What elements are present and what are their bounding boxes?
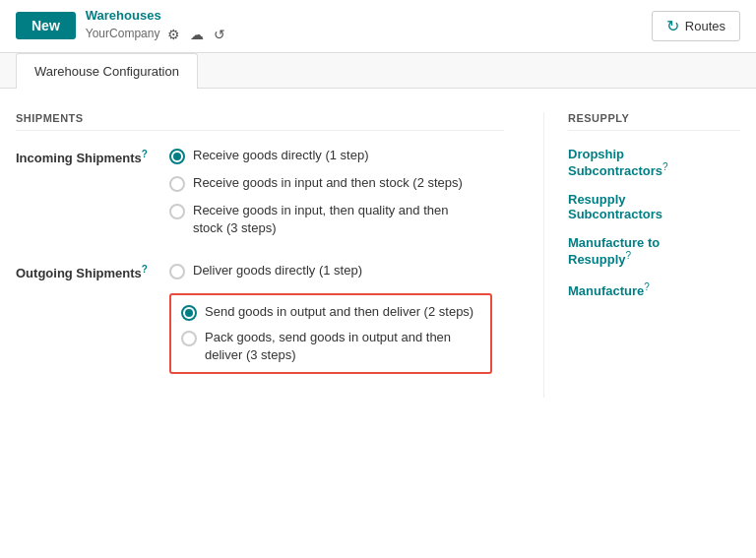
outgoing-option-1-text: Deliver goods directly (1 step) <box>193 262 362 279</box>
company-name: YourCompany <box>86 27 160 42</box>
outgoing-option-1[interactable]: Deliver goods directly (1 step) <box>169 262 492 279</box>
outgoing-help-icon[interactable]: ? <box>142 264 148 275</box>
incoming-option-2-text: Receive goods in input and then stock (2… <box>193 174 463 192</box>
top-bar: New Warehouses YourCompany ⚙ ☁ ↺ ↻ Route… <box>0 0 756 53</box>
radio-outgoing-1[interactable] <box>169 264 185 279</box>
radio-inner-incoming-1 <box>173 153 181 160</box>
incoming-option-1[interactable]: Receive goods directly (1 step) <box>169 147 469 164</box>
breadcrumb-title[interactable]: Warehouses <box>86 8 228 25</box>
left-panel: SHIPMENTS Incoming Shipments? Receive go… <box>16 112 543 399</box>
right-panel: RESUPPLY DropshipSubcontractors? Resuppl… <box>543 112 740 399</box>
radio-incoming-2[interactable] <box>169 176 185 192</box>
resupply-item-3: Manufacture toResupply? <box>568 235 740 267</box>
resupply-link-1[interactable]: DropshipSubcontractors <box>568 147 662 178</box>
outgoing-option-3[interactable]: Pack goods, send goods in output and the… <box>181 329 480 364</box>
outgoing-shipments-group: Outgoing Shipments? Deliver goods direct… <box>16 262 504 375</box>
outgoing-shipments-label: Outgoing Shipments? <box>16 262 154 375</box>
gear-button[interactable]: ⚙ <box>165 25 182 44</box>
incoming-option-1-text: Receive goods directly (1 step) <box>193 147 368 164</box>
radio-incoming-1[interactable] <box>169 149 185 164</box>
radio-incoming-3[interactable] <box>169 204 185 219</box>
outgoing-option-3-text: Pack goods, send goods in output and the… <box>205 329 480 364</box>
resupply-link-3[interactable]: Manufacture toResupply <box>568 235 660 267</box>
resupply-help-4[interactable]: ? <box>644 281 650 292</box>
tab-warehouse-configuration[interactable]: Warehouse Configuration <box>16 53 198 89</box>
radio-inner-outgoing-2 <box>185 309 193 317</box>
refresh-icon: ↻ <box>666 17 679 35</box>
top-bar-left: New Warehouses YourCompany ⚙ ☁ ↺ <box>16 8 227 44</box>
tab-bar: Warehouse Configuration <box>0 53 756 89</box>
outgoing-options-list: Deliver goods directly (1 step) Send goo… <box>169 262 492 375</box>
incoming-option-3[interactable]: Receive goods in input, then quality and… <box>169 202 469 237</box>
incoming-options-list: Receive goods directly (1 step) Receive … <box>169 147 469 238</box>
resupply-item-1: DropshipSubcontractors? <box>568 147 740 178</box>
routes-label: Routes <box>685 19 725 33</box>
breadcrumb-sub: YourCompany ⚙ ☁ ↺ <box>86 25 228 44</box>
incoming-option-3-text: Receive goods in input, then quality and… <box>193 202 469 237</box>
incoming-option-2[interactable]: Receive goods in input and then stock (2… <box>169 174 469 192</box>
resupply-link-4[interactable]: Manufacture <box>568 283 644 298</box>
incoming-shipments-label: Incoming Shipments? <box>16 147 154 238</box>
outgoing-highlight-box: Send goods in output and then deliver (2… <box>169 293 492 375</box>
routes-button[interactable]: ↻ Routes <box>652 11 740 41</box>
radio-outgoing-3[interactable] <box>181 331 197 346</box>
resupply-help-1[interactable]: ? <box>662 161 668 172</box>
resupply-item-2: ResupplySubcontractors <box>568 192 740 221</box>
resupply-section-header: RESUPPLY <box>568 112 740 131</box>
outgoing-option-2[interactable]: Send goods in output and then deliver (2… <box>181 303 480 321</box>
new-button[interactable]: New <box>16 12 76 39</box>
resupply-help-3[interactable]: ? <box>626 250 632 261</box>
shipments-section-header: SHIPMENTS <box>16 112 504 131</box>
radio-outgoing-2[interactable] <box>181 305 197 321</box>
incoming-shipments-group: Incoming Shipments? Receive goods direct… <box>16 147 504 238</box>
cloud-button[interactable]: ☁ <box>188 25 206 44</box>
undo-button[interactable]: ↺ <box>212 25 227 44</box>
breadcrumb: Warehouses YourCompany ⚙ ☁ ↺ <box>86 8 228 44</box>
main-content: SHIPMENTS Incoming Shipments? Receive go… <box>0 89 756 414</box>
resupply-item-4: Manufacture? <box>568 281 740 298</box>
resupply-link-2[interactable]: ResupplySubcontractors <box>568 192 662 221</box>
incoming-help-icon[interactable]: ? <box>142 149 148 159</box>
outgoing-option-2-text: Send goods in output and then deliver (2… <box>205 303 473 321</box>
